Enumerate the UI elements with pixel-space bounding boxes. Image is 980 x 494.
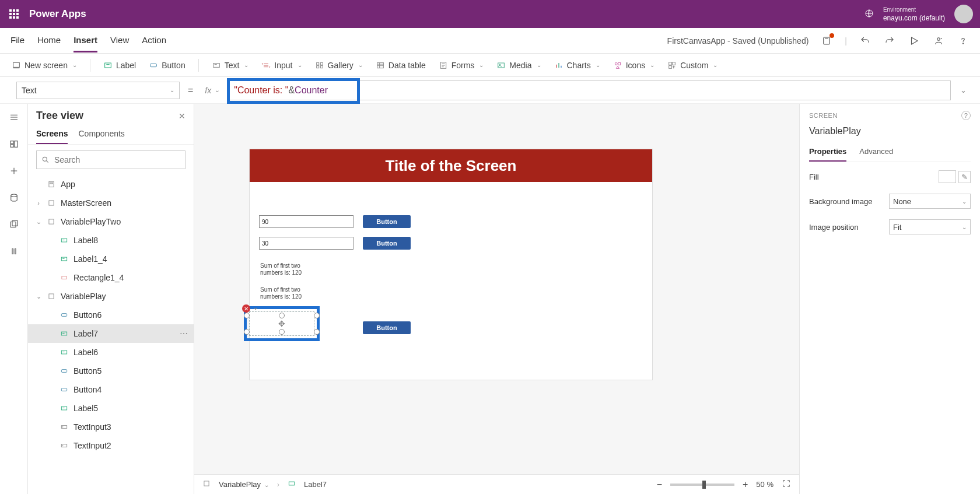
selection-chevron-icon[interactable]: ⌄	[253, 303, 258, 311]
resize-handle[interactable]	[314, 329, 320, 335]
tab-advanced[interactable]: Advanced	[859, 142, 893, 162]
canvas-textinput-2[interactable]: 30	[259, 237, 354, 250]
screen-title-bar[interactable]: Title of the Screen	[250, 149, 652, 182]
menu-view[interactable]: View	[110, 29, 129, 52]
tree-item-label5[interactable]: Label5	[28, 399, 194, 418]
menu-action[interactable]: Action	[142, 29, 166, 52]
insert-custom-dropdown[interactable]: Custom⌄	[663, 58, 722, 72]
tab-properties[interactable]: Properties	[809, 142, 846, 162]
imgpos-select[interactable]: Fit⌄	[889, 219, 971, 234]
svg-rect-37	[61, 332, 66, 335]
canvas-screen[interactable]: Title of the Screen 90 Button 30 Button …	[250, 149, 652, 380]
insert-label-text: Label	[116, 61, 136, 70]
tree-item-button6[interactable]: Button6	[28, 306, 194, 324]
tree-item-textinput2[interactable]: TextInput2	[28, 436, 194, 455]
tab-components[interactable]: Components	[78, 124, 124, 144]
insert-media-dropdown[interactable]: Media⌄	[492, 58, 545, 72]
fx-label[interactable]: fx⌄	[201, 86, 223, 95]
insert-input-dropdown[interactable]: Input⌄	[257, 58, 306, 72]
resize-handle[interactable]	[279, 329, 285, 335]
help-icon[interactable]	[957, 34, 970, 47]
insert-label-button[interactable]: Label	[99, 58, 141, 72]
canvas-label-sum1[interactable]: Sum of first two numbers is: 120	[260, 262, 302, 276]
svg-rect-35	[49, 294, 54, 299]
resize-handle[interactable]	[244, 313, 250, 318]
svg-rect-36	[61, 314, 66, 317]
resize-handle[interactable]	[279, 313, 285, 318]
svg-rect-25	[10, 222, 16, 227]
insert-button-button[interactable]: Button	[144, 58, 190, 72]
breadcrumb-control[interactable]: Label7	[304, 480, 327, 489]
tree-item-button5[interactable]: Button5	[28, 362, 194, 380]
tree-item-label6[interactable]: Label6	[28, 343, 194, 362]
app-checker-icon[interactable]	[820, 34, 833, 47]
canvas-stage[interactable]: Title of the Screen 90 Button 30 Button …	[194, 104, 799, 474]
zoom-in-button[interactable]: +	[743, 479, 748, 490]
tree-item-label8[interactable]: Label8	[28, 231, 194, 250]
fit-to-window-icon[interactable]	[782, 479, 791, 490]
tab-screens[interactable]: Screens	[36, 124, 68, 144]
error-badge-icon[interactable]: ✕	[242, 304, 250, 313]
user-avatar[interactable]	[954, 5, 973, 23]
bgimage-select[interactable]: None⌄	[889, 194, 971, 209]
tree-view-icon[interactable]	[8, 138, 20, 150]
canvas-button-3[interactable]: Button	[363, 321, 411, 334]
insert-charts-dropdown[interactable]: Charts⌄	[550, 58, 605, 72]
insert-pane-icon[interactable]	[8, 164, 20, 177]
tree-item-textinput3[interactable]: TextInput3	[28, 418, 194, 436]
resize-handle[interactable]	[314, 313, 320, 318]
properties-help-icon[interactable]: ?	[961, 111, 971, 120]
resize-handle[interactable]	[244, 329, 250, 335]
close-icon[interactable]: ✕	[178, 111, 186, 121]
canvas-textinput-1[interactable]: 90	[259, 215, 354, 228]
menu-insert[interactable]: Insert	[74, 29, 97, 52]
formula-expand-icon[interactable]: ⌄	[957, 86, 970, 94]
formula-input[interactable]: "Counter is: " & Counter	[229, 80, 951, 100]
insert-text-dropdown[interactable]: Text⌄	[207, 58, 254, 72]
insert-icons-dropdown[interactable]: Icons⌄	[608, 58, 659, 72]
canvas-button-1[interactable]: Button	[363, 215, 411, 228]
zoom-value: 50	[756, 480, 764, 489]
tree-item-label1-4[interactable]: Label1_4	[28, 250, 194, 268]
tree-search[interactable]	[36, 150, 186, 169]
tree-item-variableplay[interactable]: ⌄VariablePlay	[28, 287, 194, 306]
zoom-slider[interactable]	[670, 484, 734, 486]
tree-item-app[interactable]: App	[28, 175, 194, 194]
zoom-out-button[interactable]: −	[657, 479, 662, 490]
tree-item-variableplaytwo[interactable]: ⌄VariablePlayTwo	[28, 212, 194, 231]
redo-icon[interactable]	[883, 34, 896, 47]
hamburger-icon[interactable]	[8, 111, 20, 124]
canvas-button-2[interactable]: Button	[363, 237, 411, 250]
tree-item-button4[interactable]: Button4	[28, 380, 194, 399]
canvas-label-sum2[interactable]: Sum of first two numbers is: 120	[260, 286, 302, 300]
move-handle-icon[interactable]: ✥	[278, 319, 285, 328]
tree-item-masterscreen[interactable]: ›MasterScreen	[28, 194, 194, 212]
selection-highlight: ✥ ✕ ⌄	[244, 306, 320, 341]
property-selector[interactable]: Text ⌄	[16, 82, 180, 99]
advanced-tools-icon[interactable]	[8, 245, 20, 258]
svg-point-24	[10, 194, 17, 197]
app-launcher-icon[interactable]	[7, 7, 21, 21]
tree-search-input[interactable]	[54, 155, 180, 164]
breadcrumb-screen[interactable]: VariablePlay ⌄	[219, 480, 269, 489]
play-icon[interactable]	[908, 34, 921, 47]
insert-forms-dropdown[interactable]: Forms⌄	[434, 58, 489, 72]
insert-datatable-button[interactable]: Data table	[371, 58, 430, 72]
undo-icon[interactable]	[859, 34, 872, 47]
tree-item-label7[interactable]: Label7⋯	[28, 324, 194, 343]
environment-selector[interactable]: Environment enayu.com (default)	[883, 6, 945, 22]
more-icon[interactable]: ⋯	[180, 329, 188, 338]
svg-rect-33	[61, 257, 66, 261]
data-pane-icon[interactable]	[8, 191, 20, 204]
menu-home[interactable]: Home	[37, 29, 61, 52]
svg-rect-22	[10, 145, 13, 148]
fill-color-swatch[interactable]	[939, 170, 956, 183]
svg-rect-38	[61, 351, 66, 354]
insert-gallery-dropdown[interactable]: Gallery⌄	[310, 58, 368, 72]
media-pane-icon[interactable]	[8, 218, 20, 231]
menu-file[interactable]: File	[10, 29, 24, 52]
fill-color-edit-icon[interactable]: ✎	[958, 171, 971, 183]
tree-item-rectangle1-4[interactable]: Rectangle1_4	[28, 268, 194, 287]
new-screen-button[interactable]: New screen⌄	[7, 58, 82, 72]
share-icon[interactable]	[932, 34, 945, 47]
